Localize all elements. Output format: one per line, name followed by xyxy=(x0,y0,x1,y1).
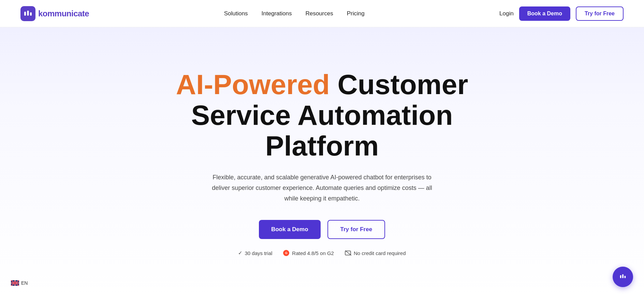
logo-text: kommunicate xyxy=(38,9,89,18)
nav-link-resources[interactable]: Resources xyxy=(305,10,333,17)
book-demo-hero-button[interactable]: Book a Demo xyxy=(259,220,321,239)
svg-rect-8 xyxy=(624,276,626,278)
logo-icon xyxy=(20,6,35,21)
nav-item-solutions[interactable]: Solutions xyxy=(224,10,248,17)
try-free-hero-button[interactable]: Try for Free xyxy=(327,220,385,239)
language-selector[interactable]: EN xyxy=(11,280,28,286)
book-demo-nav-button[interactable]: Book a Demo xyxy=(519,6,570,21)
hero-section: AI-Powered Customer Service Automation P… xyxy=(0,27,644,298)
g2-icon: G xyxy=(283,250,289,256)
nav-links: Solutions Integrations Resources Pricing xyxy=(224,10,365,17)
svg-rect-3 xyxy=(30,12,32,16)
logo-link[interactable]: kommunicate xyxy=(20,6,89,21)
nav-link-integrations[interactable]: Integrations xyxy=(262,10,292,17)
svg-rect-2 xyxy=(27,11,29,16)
badge-g2-text: Rated 4.8/5 on G2 xyxy=(292,250,334,256)
no-card-icon xyxy=(345,250,352,256)
login-link[interactable]: Login xyxy=(499,10,514,17)
try-free-nav-button[interactable]: Try for Free xyxy=(576,6,624,21)
flag-icon xyxy=(11,280,19,286)
chat-widget-button[interactable] xyxy=(613,267,633,287)
hero-title: AI-Powered Customer Service Automation P… xyxy=(151,69,493,162)
nav-item-resources[interactable]: Resources xyxy=(305,10,333,17)
nav-link-pricing[interactable]: Pricing xyxy=(347,10,365,17)
chat-widget-icon xyxy=(618,272,628,282)
svg-rect-7 xyxy=(622,274,624,278)
badge-no-card: No credit card required xyxy=(345,250,406,256)
nav-item-pricing[interactable]: Pricing xyxy=(347,10,365,17)
badge-no-card-text: No credit card required xyxy=(354,250,406,256)
badge-trial: ✓ 30 days trial xyxy=(238,250,272,256)
badge-trial-text: 30 days trial xyxy=(245,250,272,256)
hero-title-accent: AI-Powered xyxy=(176,69,330,100)
nav-item-integrations[interactable]: Integrations xyxy=(262,10,292,17)
nav-link-solutions[interactable]: Solutions xyxy=(224,10,248,17)
navbar: kommunicate Solutions Integrations Resou… xyxy=(0,0,644,27)
language-code: EN xyxy=(21,280,28,286)
hero-buttons: Book a Demo Try for Free xyxy=(259,220,385,239)
hero-badges: ✓ 30 days trial G Rated 4.8/5 on G2 No c… xyxy=(238,250,406,256)
hero-subtitle: Flexible, accurate, and scalable generat… xyxy=(206,172,438,204)
nav-actions: Login Book a Demo Try for Free xyxy=(499,6,624,21)
badge-g2: G Rated 4.8/5 on G2 xyxy=(283,250,334,256)
check-icon: ✓ xyxy=(238,250,243,256)
svg-rect-6 xyxy=(620,275,621,278)
svg-rect-1 xyxy=(24,12,26,16)
